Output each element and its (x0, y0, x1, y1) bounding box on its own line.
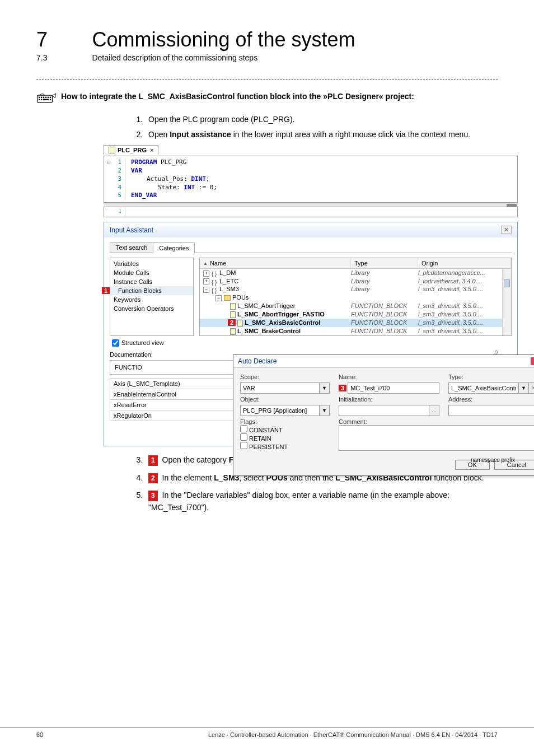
object-label: Object: (240, 396, 330, 403)
step-5: 3 In the "Declare variables" dialog box,… (145, 489, 498, 514)
address-input[interactable] (448, 405, 534, 416)
cat-instance-calls[interactable]: Instance Calls (110, 277, 193, 286)
footer-meta: Lenze · Controller-based Automation · Et… (208, 731, 498, 738)
instruction-heading: How to integrate the L_SMC_AxisBasicCont… (61, 91, 498, 107)
tree-list[interactable]: ▲Name Type Origin +L_DMLibraryl_plcdatam… (199, 258, 512, 336)
splitter[interactable] (104, 203, 518, 207)
namespace-prefix-label: namespace prefix (471, 457, 515, 463)
scope-label: Scope: (240, 374, 330, 380)
svg-rect-1 (39, 97, 40, 98)
chevron-down-icon[interactable]: ▼ (519, 382, 529, 394)
section-number: 7.3 (36, 53, 90, 62)
svg-rect-5 (48, 97, 49, 98)
comment-label: Comment: (339, 418, 534, 425)
name-input[interactable] (348, 382, 439, 394)
code-editor[interactable]: ⊟12345 PROGRAM PLC_PRG VAR Actual_Pos: D… (104, 156, 518, 203)
svg-rect-9 (43, 99, 49, 100)
chapter-title: Commissioning of the system (92, 28, 355, 52)
keyboard-icon (36, 91, 61, 107)
input-assistant-dialog: Input Assistant ✕ Text search Categories… (104, 222, 518, 446)
close-icon[interactable]: ✕ (501, 226, 512, 234)
cat-function-blocks[interactable]: 1Function Blocks (110, 286, 193, 295)
browse-button[interactable]: ... (429, 405, 439, 416)
svg-rect-3 (43, 97, 44, 98)
file-icon (109, 147, 115, 153)
ide-screenshot: PLC_PRG × ⊟12345 PROGRAM PLC_PRG VAR Act… (104, 145, 518, 446)
category-list[interactable]: Variables Module Calls Instance Calls 1F… (110, 258, 194, 336)
flag-retain[interactable]: RETAIN (240, 433, 330, 442)
type-select[interactable] (448, 382, 519, 394)
step-2: Open Input assistance in the lower input… (145, 129, 498, 141)
chevron-down-icon[interactable]: ▼ (320, 405, 330, 416)
step-1: Open the PLC program code (PLC_PRG). (145, 114, 498, 125)
scrollbar[interactable] (502, 269, 511, 335)
editor-tab[interactable]: PLC_PRG × (104, 145, 158, 155)
tab-categories[interactable]: Categories (153, 242, 195, 253)
svg-rect-8 (41, 99, 42, 100)
tab-text-search[interactable]: Text search (110, 242, 153, 253)
init-label: Initialization: (339, 396, 439, 403)
svg-rect-7 (39, 99, 40, 100)
flags-label: Flags: (240, 418, 330, 425)
name-label: Name: (339, 374, 439, 380)
svg-rect-2 (41, 97, 42, 98)
dialog-title: Input Assistant (110, 226, 153, 234)
cat-conversion-operators[interactable]: Conversion Operators (110, 304, 193, 313)
section-title: Detailed description of the commissionin… (92, 53, 257, 62)
close-icon[interactable]: × (150, 147, 153, 153)
cat-keywords[interactable]: Keywords (110, 295, 193, 304)
page-number: 60 (36, 731, 43, 738)
scope-select[interactable] (240, 382, 320, 394)
init-input[interactable] (339, 405, 429, 416)
comment-textarea[interactable] (339, 425, 534, 451)
selected-fb-row[interactable]: 2 L_SMC_AxisBasicControlFUNCTION_BLOCKl_… (200, 319, 511, 327)
browse-button[interactable]: > (529, 382, 534, 394)
svg-rect-4 (45, 97, 46, 98)
cat-module-calls[interactable]: Module Calls (110, 268, 193, 277)
chevron-down-icon[interactable]: ▼ (320, 382, 330, 394)
flag-persistent[interactable]: PERSISTENT (240, 442, 330, 450)
subdialog-title: Auto Declare (238, 357, 277, 365)
object-select[interactable] (240, 405, 320, 416)
type-label: Type: (448, 374, 534, 380)
flag-constant[interactable]: CONSTANT (240, 425, 330, 433)
chapter-number: 7 (36, 28, 90, 52)
structured-view-checkbox[interactable] (112, 339, 119, 347)
structured-view-label: Structured view (121, 339, 164, 346)
divider (36, 80, 498, 80)
close-icon[interactable]: ✕ (531, 357, 534, 365)
tab-label: PLC_PRG (118, 147, 147, 153)
svg-rect-10 (50, 99, 51, 100)
svg-rect-6 (50, 97, 51, 98)
address-label: Address: (448, 396, 534, 403)
cat-variables[interactable]: Variables (110, 259, 193, 268)
